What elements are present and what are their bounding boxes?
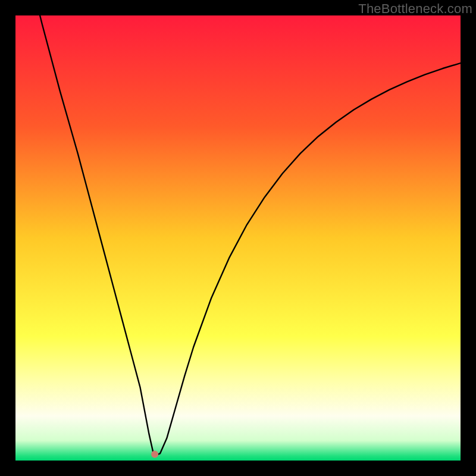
- chart-frame: [15, 15, 461, 461]
- optimal-point-marker: [151, 451, 158, 458]
- chart-plot: [15, 15, 461, 461]
- gradient-background: [15, 15, 461, 461]
- watermark-text: TheBottleneck.com: [358, 1, 472, 17]
